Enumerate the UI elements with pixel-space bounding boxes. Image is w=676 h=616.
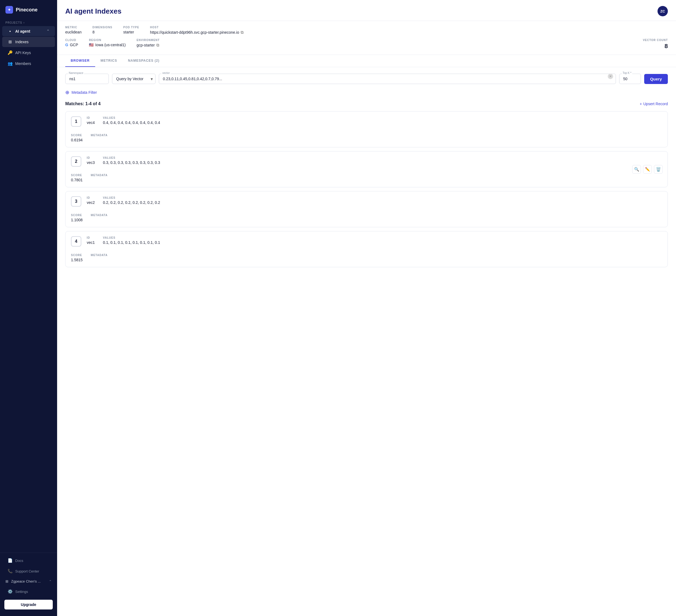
- vector-field-group: vector ✕: [159, 74, 616, 84]
- values-label: VALUES: [103, 156, 160, 159]
- host-field: HOST https://quickstart-ddpt96h.svc.gcp-…: [150, 26, 244, 35]
- vector-input[interactable]: [159, 74, 616, 84]
- score-field: SCORE 0.6194: [71, 134, 83, 142]
- delete-record-icon[interactable]: 🗑️: [654, 245, 663, 254]
- topk-label: Top K *: [622, 71, 632, 74]
- ai-agent-icon: ▪: [8, 29, 12, 34]
- score-label: SCORE: [71, 174, 83, 177]
- metadata-label: METADATA: [91, 174, 108, 177]
- id-label: ID: [87, 156, 95, 159]
- card-fields: ID vec4 VALUES 0.4, 0.4, 0.4, 0.4, 0.4, …: [87, 116, 662, 125]
- region-label: REGION: [89, 39, 126, 42]
- query-button[interactable]: Query: [644, 74, 668, 84]
- delete-record-icon[interactable]: 🗑️: [654, 205, 663, 214]
- card-bottom: SCORE 0.6194 METADATA: [71, 130, 662, 142]
- id-field: ID vec1: [87, 236, 95, 245]
- score-label: SCORE: [71, 254, 83, 257]
- cloud-value: G GCP: [65, 43, 78, 47]
- namespace-input[interactable]: [65, 74, 109, 84]
- upsert-record-button[interactable]: + Upsert Record: [640, 102, 668, 106]
- docs-label: Docs: [15, 559, 23, 563]
- upgrade-button[interactable]: Upgrade: [4, 600, 53, 610]
- vector-count-field: VECTOR COUNT 8: [643, 39, 668, 50]
- card-top: 2 ID vec3 VALUES 0.3, 0.3, 0.3, 0.3, 0.3…: [71, 156, 662, 167]
- table-row: 3 ID vec2 VALUES 0.2, 0.2, 0.2, 0.2, 0.2…: [65, 191, 668, 227]
- edit-record-icon[interactable]: ✏️: [643, 205, 652, 214]
- org-item[interactable]: ⊞ Zgpeace Chen's ... ⌃: [0, 576, 57, 586]
- host-copy-icon[interactable]: ⧉: [241, 30, 244, 35]
- delete-record-icon[interactable]: 🗑️: [654, 165, 663, 174]
- metadata-filter-row[interactable]: ⊕ Metadata Filter: [65, 89, 668, 96]
- card-fields: ID vec2 VALUES 0.2, 0.2, 0.2, 0.2, 0.2, …: [87, 196, 662, 205]
- indexes-icon: ⊞: [8, 40, 12, 44]
- metadata-label: METADATA: [91, 214, 108, 217]
- sidebar-item-support[interactable]: 📞 Support Center: [2, 566, 55, 576]
- score-value: 1.5815: [71, 258, 83, 262]
- values-field: VALUES 0.2, 0.2, 0.2, 0.2, 0.2, 0.2, 0.2…: [103, 196, 160, 205]
- tab-metrics[interactable]: METRICS: [95, 55, 123, 67]
- projects-arrow: ›: [23, 21, 24, 24]
- sidebar-item-indexes[interactable]: ⊞ Indexes: [2, 37, 55, 47]
- metadata-field: METADATA: [91, 174, 108, 182]
- cloud-logo-icon: G: [65, 43, 68, 47]
- api-keys-label: API Keys: [15, 51, 31, 55]
- score-value: 0.6194: [71, 138, 83, 142]
- id-label: ID: [87, 116, 95, 119]
- rank-badge: 4: [71, 236, 81, 247]
- projects-section[interactable]: PROJECTS ›: [0, 18, 57, 26]
- sidebar-item-members[interactable]: 👥 Members: [2, 58, 55, 69]
- values-label: VALUES: [103, 196, 160, 199]
- query-type-select[interactable]: Query by VectorQuery by ID: [112, 74, 156, 84]
- vector-clear-icon[interactable]: ✕: [608, 74, 613, 79]
- metric-label: METRIC: [65, 26, 81, 29]
- search-record-icon[interactable]: 🔍: [632, 125, 641, 134]
- vector-label: vector: [162, 71, 170, 74]
- sidebar-item-docs[interactable]: 📄 Docs: [2, 555, 55, 566]
- matches-count: Matches: 1-4 of 4: [65, 102, 101, 106]
- id-field: ID vec3: [87, 156, 95, 165]
- metadata-field: METADATA: [91, 134, 108, 142]
- cloud-field: CLOUD G GCP: [65, 39, 78, 50]
- dimensions-field: DIMENSIONS 8: [93, 26, 112, 35]
- main-content: AI agent Indexes ZC METRIC euclidean DIM…: [57, 0, 676, 616]
- edit-record-icon[interactable]: ✏️: [643, 125, 652, 134]
- page-header: AI agent Indexes ZC: [57, 0, 676, 21]
- metadata-label: METADATA: [91, 134, 108, 137]
- members-icon: 👥: [8, 61, 12, 66]
- avatar: ZC: [658, 6, 668, 16]
- metric-field: METRIC euclidean: [65, 26, 81, 35]
- add-filter-icon: ⊕: [65, 89, 69, 96]
- host-value: https://quickstart-ddpt96h.svc.gcp-start…: [150, 30, 244, 35]
- environment-copy-icon[interactable]: ⧉: [156, 43, 159, 48]
- environment-field: ENVIRONMENT gcp-starter ⧉: [136, 39, 160, 50]
- sidebar-item-ai-agent[interactable]: ▪ AI agent ⌃: [2, 26, 55, 36]
- ai-agent-label: AI agent: [15, 29, 30, 34]
- sidebar-item-settings[interactable]: ⚙️ Settings: [2, 587, 55, 597]
- browser-panel: Namespace Query by VectorQuery by ID vec…: [57, 67, 676, 278]
- id-value: vec4: [87, 120, 95, 125]
- sidebar-item-api-keys[interactable]: 🔑 API Keys: [2, 48, 55, 58]
- host-label: HOST: [150, 26, 244, 29]
- docs-icon: 📄: [8, 558, 12, 563]
- rank-badge: 2: [71, 156, 81, 167]
- edit-record-icon[interactable]: ✏️: [643, 165, 652, 174]
- search-record-icon[interactable]: 🔍: [632, 205, 641, 214]
- indexes-label: Indexes: [15, 40, 29, 44]
- meta-row-2: CLOUD G GCP REGION 🇺🇸 Iowa (us-central1)…: [65, 39, 668, 50]
- topk-input[interactable]: [619, 74, 641, 84]
- id-field: ID vec2: [87, 196, 95, 205]
- edit-record-icon[interactable]: ✏️: [643, 245, 652, 254]
- score-value: 1.1008: [71, 218, 83, 222]
- matches-header: Matches: 1-4 of 4 + Upsert Record: [65, 102, 668, 106]
- delete-record-icon[interactable]: 🗑️: [654, 125, 663, 134]
- page-title: AI agent Indexes: [65, 7, 121, 15]
- search-record-icon[interactable]: 🔍: [632, 165, 641, 174]
- tab-browser[interactable]: BROWSER: [65, 55, 95, 67]
- search-record-icon[interactable]: 🔍: [632, 245, 641, 254]
- vector-count-label: VECTOR COUNT: [643, 39, 668, 42]
- tab-namespaces[interactable]: NAMESPACES (2): [123, 55, 165, 67]
- namespace-field-group: Namespace: [65, 74, 109, 84]
- values-label: VALUES: [103, 116, 160, 119]
- card-fields: ID vec1 VALUES 0.1, 0.1, 0.1, 0.1, 0.1, …: [87, 236, 662, 245]
- card-bottom: SCORE 0.7801 METADATA: [71, 171, 662, 182]
